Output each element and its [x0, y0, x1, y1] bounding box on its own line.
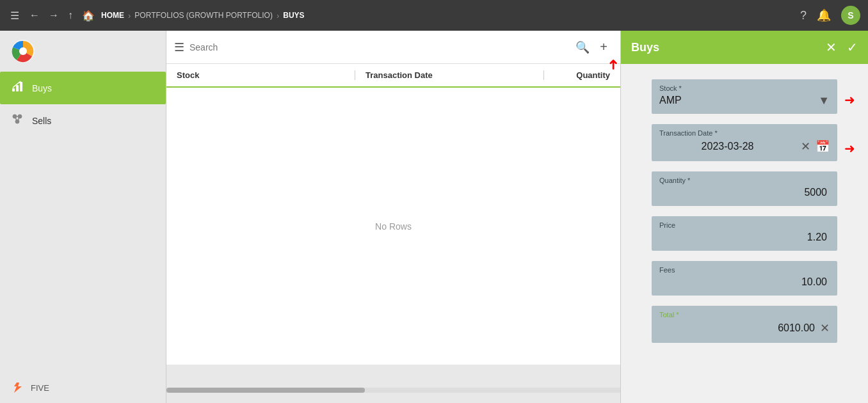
breadcrumb-sep1: ›: [128, 11, 131, 20]
back-icon[interactable]: ←: [27, 7, 42, 24]
list-toolbar: ☰ 🔍 + ➜: [166, 31, 620, 64]
search-icon[interactable]: 🔍: [575, 40, 590, 54]
avatar[interactable]: S: [841, 6, 860, 25]
five-logo-icon: [10, 380, 26, 395]
buys-icon: [10, 79, 24, 97]
list-panel: ☰ 🔍 + ➜ Stock Transaction Date Quantity …: [166, 31, 621, 403]
svg-rect-2: [12, 88, 15, 91]
total-value-row: 6010.00 ✕: [659, 321, 830, 335]
col-date: Transaction Date: [355, 70, 543, 80]
col-qty: Quantity: [543, 70, 620, 80]
no-rows-text: No Rows: [375, 221, 412, 232]
sidebar: Buys Sells FIVE: [0, 31, 166, 403]
date-value-row: 2023-03-28 ✕ 📅: [659, 139, 830, 154]
total-clear-button[interactable]: ✕: [820, 321, 830, 335]
red-arrow-stock: ➜: [844, 92, 855, 107]
fees-value[interactable]: 10.00: [659, 276, 830, 288]
fees-label: Fees: [659, 266, 830, 274]
svg-rect-3: [16, 85, 19, 91]
form-confirm-button[interactable]: ✓: [847, 40, 858, 55]
col-stock: Stock: [166, 70, 355, 80]
svg-point-1: [19, 47, 27, 55]
form-title: Buys: [631, 41, 659, 54]
breadcrumb-sep2: ›: [277, 11, 279, 20]
add-button[interactable]: +: [595, 38, 613, 56]
up-icon[interactable]: ↑: [65, 7, 76, 24]
sidebar-item-sells-label: Sells: [32, 116, 51, 126]
price-value[interactable]: 1.20: [659, 232, 830, 243]
total-label: Total *: [659, 311, 830, 319]
app-logo: [10, 38, 36, 64]
scrollbar-track[interactable]: [166, 388, 620, 393]
sells-icon: [10, 112, 24, 129]
notification-icon[interactable]: 🔔: [817, 8, 831, 22]
date-calendar-button[interactable]: 📅: [816, 139, 830, 154]
qty-label: Quantity *: [659, 177, 830, 184]
price-field: Price 1.20: [652, 216, 837, 251]
search-input[interactable]: [189, 42, 570, 52]
main-layout: Buys Sells FIVE ☰ 🔍 +: [0, 31, 868, 403]
total-value: 6010.00: [778, 322, 815, 334]
sidebar-item-buys-label: Buys: [32, 83, 52, 93]
scrollbar-thumb[interactable]: [166, 388, 365, 393]
content-area: ☰ 🔍 + ➜ Stock Transaction Date Quantity …: [166, 31, 868, 403]
fees-field: Fees 10.00: [652, 261, 837, 296]
topbar-right: ? 🔔 S: [800, 6, 860, 25]
form-panel: Buys ✕ ✓ Stock * AMP ▼ ➜ Transac: [621, 31, 868, 403]
sidebar-footer: FIVE: [0, 372, 166, 403]
total-field: Total * 6010.00 ✕: [652, 306, 837, 343]
svg-marker-12: [13, 383, 22, 393]
sidebar-item-sells[interactable]: Sells: [0, 104, 166, 137]
date-value: 2023-03-28: [702, 141, 754, 152]
form-body: Stock * AMP ▼ ➜ Transaction Date * 2023-…: [621, 64, 868, 403]
price-label: Price: [659, 221, 830, 229]
form-close-button[interactable]: ✕: [826, 40, 837, 55]
svg-rect-4: [20, 82, 22, 91]
portfolio-crumb[interactable]: PORTFOLIOS (GROWTH PORTFOLIO): [134, 11, 273, 20]
list-header: Stock Transaction Date Quantity: [166, 64, 620, 88]
scrollbar-area: [166, 365, 620, 403]
qty-value[interactable]: 5000: [659, 187, 830, 198]
help-icon[interactable]: ?: [800, 9, 807, 22]
date-field: Transaction Date * 2023-03-28 ✕ 📅 ➜: [652, 124, 837, 161]
stock-label: Stock *: [659, 84, 830, 92]
date-clear-button[interactable]: ✕: [801, 139, 810, 154]
sidebar-nav: Buys Sells: [0, 72, 166, 372]
buys-crumb[interactable]: BUYS: [283, 11, 304, 20]
form-header: Buys ✕ ✓: [621, 31, 868, 64]
home-crumb[interactable]: HOME: [101, 11, 124, 20]
topbar: ☰ ← → ↑ 🏠 HOME › PORTFOLIOS (GROWTH PORT…: [0, 0, 868, 31]
form-header-actions: ✕ ✓: [826, 40, 858, 55]
five-logo-text: FIVE: [31, 383, 49, 393]
topbar-nav: ← → ↑ 🏠 HOME › PORTFOLIOS (GROWTH PORTFO…: [27, 7, 795, 24]
filter-icon[interactable]: ☰: [174, 40, 184, 54]
qty-field: Quantity * 5000: [652, 171, 837, 206]
menu-icon[interactable]: ☰: [8, 7, 22, 24]
red-arrow-date: ➜: [844, 141, 855, 156]
stock-field: Stock * AMP ▼ ➜: [652, 79, 837, 114]
sidebar-item-buys[interactable]: Buys: [0, 72, 166, 104]
stock-value: AMP: [659, 95, 830, 106]
home-icon[interactable]: 🏠: [79, 7, 97, 24]
red-arrow-add: ➜: [605, 59, 622, 70]
date-label: Transaction Date *: [659, 129, 830, 137]
stock-dropdown-arrow[interactable]: ▼: [818, 94, 830, 107]
list-body: No Rows: [166, 88, 620, 365]
forward-icon[interactable]: →: [46, 7, 61, 24]
sidebar-logo: [0, 31, 166, 72]
